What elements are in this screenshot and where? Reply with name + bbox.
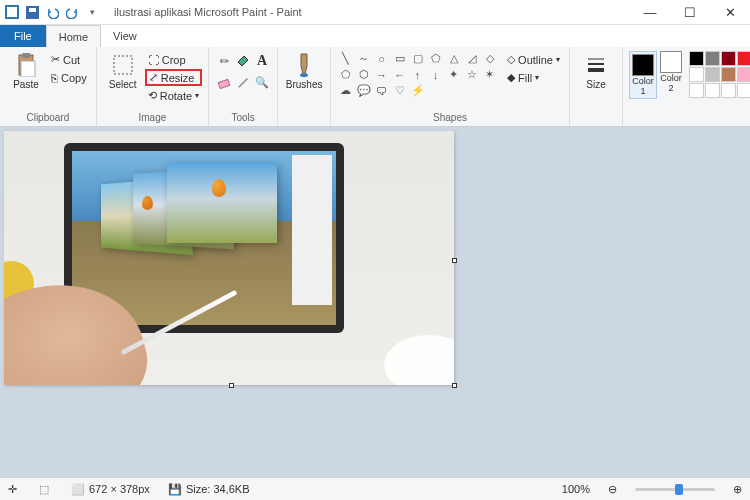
svg-rect-1 xyxy=(7,7,17,17)
zoom-out-button[interactable]: ⊖ xyxy=(608,483,617,496)
zoom-slider[interactable] xyxy=(635,488,715,491)
selection-icon: ⬚ xyxy=(39,483,49,496)
status-filesize: 💾Size: 34,6KB xyxy=(168,483,250,496)
palette-color-1[interactable] xyxy=(705,51,720,66)
cursor-icon: ✛ xyxy=(8,483,17,496)
palette-color-21[interactable] xyxy=(705,83,720,98)
qat-customize-icon[interactable]: ▾ xyxy=(84,4,100,20)
shape-roundrect[interactable]: ▢ xyxy=(409,51,426,66)
shape-arrow-d[interactable]: ↓ xyxy=(427,67,444,82)
shape-lightning[interactable]: ⚡ xyxy=(409,83,426,98)
shapes-gallery[interactable]: ╲～○▭▢⬠△◿◇ ⬠⬡→←↑↓✦☆✶ ☁💬🗨♡⚡ xyxy=(337,51,498,98)
magnifier-tool[interactable]: 🔍 xyxy=(253,72,271,92)
size-group: Size xyxy=(570,47,623,126)
select-button[interactable]: Select xyxy=(103,51,143,92)
shape-callout3[interactable]: 🗨 xyxy=(373,83,390,98)
copy-button[interactable]: ⎘Copy xyxy=(48,69,90,86)
view-tab[interactable]: View xyxy=(101,25,149,47)
svg-rect-5 xyxy=(22,53,30,58)
shape-callout1[interactable]: ☁ xyxy=(337,83,354,98)
shape-rect[interactable]: ▭ xyxy=(391,51,408,66)
size-button[interactable]: Size xyxy=(576,51,616,92)
status-zoom: 100% xyxy=(562,483,590,495)
brushes-button[interactable]: Brushes xyxy=(284,51,324,92)
shape-diamond[interactable]: ◇ xyxy=(481,51,498,66)
shape-arrow-u[interactable]: ↑ xyxy=(409,67,426,82)
dimensions-icon: ⬜ xyxy=(71,483,85,496)
palette-color-23[interactable] xyxy=(737,83,750,98)
color-palette xyxy=(689,51,750,98)
shape-arrow-l[interactable]: ← xyxy=(391,67,408,82)
shape-fill-button[interactable]: ◆Fill▾ xyxy=(504,69,563,86)
shape-arrow-r[interactable]: → xyxy=(373,67,390,82)
rotate-button[interactable]: ⟲Rotate▾ xyxy=(145,87,202,104)
shape-star6[interactable]: ✶ xyxy=(481,67,498,82)
maximize-button[interactable]: ☐ xyxy=(670,0,710,25)
save-icon[interactable] xyxy=(24,4,40,20)
select-icon xyxy=(111,53,135,77)
shapes-label: Shapes xyxy=(433,111,467,124)
tools-group: ✏ A 🔍 Tools xyxy=(209,47,278,126)
palette-color-3[interactable] xyxy=(737,51,750,66)
palette-color-20[interactable] xyxy=(689,83,704,98)
palette-color-13[interactable] xyxy=(737,67,750,82)
redo-icon[interactable] xyxy=(64,4,80,20)
paste-icon xyxy=(14,53,38,77)
shape-heart[interactable]: ♡ xyxy=(391,83,408,98)
crop-button[interactable]: ⛶Crop xyxy=(145,51,202,68)
shape-triangle[interactable]: △ xyxy=(445,51,462,66)
shape-oval[interactable]: ○ xyxy=(373,51,390,66)
canvas-image xyxy=(4,131,454,385)
palette-color-11[interactable] xyxy=(705,67,720,82)
canvas-area[interactable] xyxy=(0,127,750,477)
shape-star4[interactable]: ✦ xyxy=(445,67,462,82)
app-icon[interactable] xyxy=(4,4,20,20)
undo-icon[interactable] xyxy=(44,4,60,20)
palette-color-0[interactable] xyxy=(689,51,704,66)
eraser-tool[interactable] xyxy=(215,72,233,92)
shape-callout2[interactable]: 💬 xyxy=(355,83,372,98)
status-selection: ⬚ xyxy=(39,483,53,496)
text-tool[interactable]: A xyxy=(253,51,271,71)
shape-curve[interactable]: ～ xyxy=(355,51,372,66)
image-label: Image xyxy=(139,111,167,124)
minimize-button[interactable]: — xyxy=(630,0,670,25)
svg-rect-3 xyxy=(29,8,36,12)
fill-tool[interactable] xyxy=(234,51,252,71)
shape-line[interactable]: ╲ xyxy=(337,51,354,66)
shape-rtriangle[interactable]: ◿ xyxy=(463,51,480,66)
shape-outline-button[interactable]: ◇Outline▾ xyxy=(504,51,563,68)
color1-button[interactable]: Color 1 xyxy=(629,51,657,99)
home-tab[interactable]: Home xyxy=(46,25,101,47)
paste-button[interactable]: Paste xyxy=(6,51,46,92)
palette-color-2[interactable] xyxy=(721,51,736,66)
shape-polygon[interactable]: ⬠ xyxy=(427,51,444,66)
ribbon: Paste ✂Cut ⎘Copy Clipboard Select ⛶Crop … xyxy=(0,47,750,127)
crop-icon: ⛶ xyxy=(148,54,159,66)
quick-access-toolbar: ▾ xyxy=(0,4,104,20)
shape-star5[interactable]: ☆ xyxy=(463,67,480,82)
svg-rect-8 xyxy=(218,79,229,88)
clipboard-group: Paste ✂Cut ⎘Copy Clipboard xyxy=(0,47,97,126)
brushes-group: Brushes xyxy=(278,47,331,126)
shape-pentagon[interactable]: ⬠ xyxy=(337,67,354,82)
pencil-tool[interactable]: ✏ xyxy=(215,51,233,71)
title-bar: ▾ ilustrasi aplikasi Microsoft Paint - P… xyxy=(0,0,750,25)
palette-color-22[interactable] xyxy=(721,83,736,98)
tools-label: Tools xyxy=(231,111,254,124)
cut-button[interactable]: ✂Cut xyxy=(48,51,90,68)
zoom-in-button[interactable]: ⊕ xyxy=(733,483,742,496)
palette-color-10[interactable] xyxy=(689,67,704,82)
canvas[interactable] xyxy=(4,131,454,385)
resize-button[interactable]: ⤢Resize xyxy=(145,69,202,86)
copy-icon: ⎘ xyxy=(51,72,58,84)
shape-hexagon[interactable]: ⬡ xyxy=(355,67,372,82)
close-button[interactable]: ✕ xyxy=(710,0,750,25)
select-label: Select xyxy=(109,79,137,90)
file-tab[interactable]: File xyxy=(0,25,46,47)
window-controls: — ☐ ✕ xyxy=(630,0,750,25)
picker-tool[interactable] xyxy=(234,72,252,92)
status-bar: ✛ ⬚ ⬜672 × 378px 💾Size: 34,6KB 100% ⊖ ⊕ xyxy=(0,477,750,500)
color2-button[interactable]: Color 2 xyxy=(660,51,682,99)
palette-color-12[interactable] xyxy=(721,67,736,82)
